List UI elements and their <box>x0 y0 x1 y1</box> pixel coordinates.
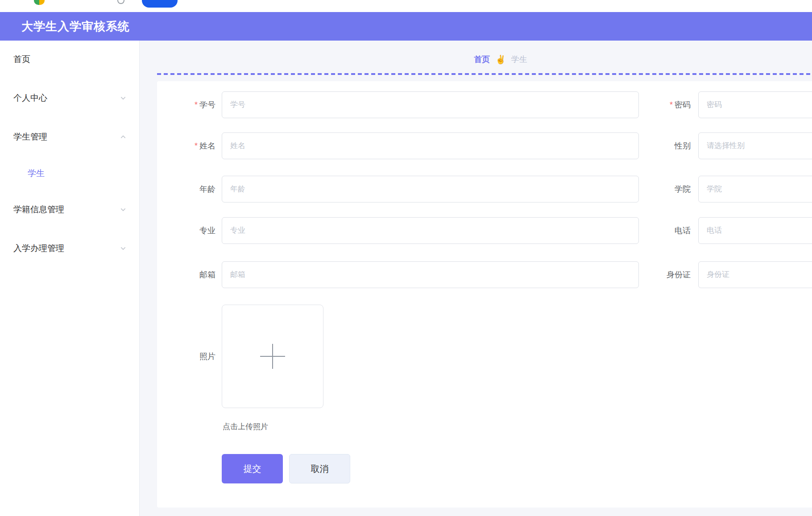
phone-input[interactable] <box>698 217 812 244</box>
sidebar-item-label: 首页 <box>13 54 30 65</box>
major-input[interactable] <box>222 217 639 244</box>
email-label: 邮箱 <box>157 261 215 288</box>
student-form-card: *学号 *密码 *姓名 性别 年龄 学院 专业 电话 邮箱 <box>157 81 812 508</box>
browser-chrome-strip <box>0 0 812 12</box>
college-label: 学院 <box>612 176 691 202</box>
sidebar-item-label: 学生管理 <box>13 131 47 143</box>
submit-button[interactable]: 提交 <box>222 454 283 483</box>
breadcrumb-home-link[interactable]: 首页 <box>474 54 490 65</box>
dashed-divider <box>157 73 812 75</box>
sidebar-item-label: 个人中心 <box>13 92 47 104</box>
age-label: 年龄 <box>157 176 215 202</box>
sidebar: 首页 个人中心 学生管理 学生 学籍信息管理 入学办理管理 <box>0 41 140 516</box>
sidebar-item-label: 入学办理管理 <box>13 243 64 254</box>
sidebar-item-label: 学生 <box>28 168 45 179</box>
form-row: *姓名 性别 <box>157 132 812 159</box>
required-mark: * <box>670 100 673 109</box>
chevron-up-icon <box>120 134 126 140</box>
photo-label: 照片 <box>157 305 215 408</box>
form-row: 邮箱 身份证 <box>157 261 812 288</box>
student-id-input[interactable] <box>222 91 639 118</box>
form-row: *学号 *密码 <box>157 91 812 118</box>
plus-icon <box>260 344 285 369</box>
password-input[interactable] <box>698 91 812 118</box>
extension-icon <box>117 0 124 4</box>
required-mark: * <box>195 141 198 150</box>
college-input[interactable] <box>698 176 812 202</box>
cancel-button[interactable]: 取消 <box>289 454 350 483</box>
chevron-down-icon <box>120 245 126 252</box>
chevron-down-icon <box>120 206 126 213</box>
major-label: 专业 <box>157 217 215 244</box>
browser-blue-button[interactable] <box>142 0 178 8</box>
sidebar-subitem-student[interactable]: 学生 <box>0 164 140 183</box>
id-card-label: 身份证 <box>612 261 691 288</box>
favicon-icon <box>34 0 45 5</box>
victory-hand-separator-icon: ✌️ <box>495 54 506 65</box>
required-mark: * <box>195 100 198 109</box>
student-id-label: *学号 <box>157 91 215 118</box>
email-input[interactable] <box>222 261 639 288</box>
sidebar-item-label: 学籍信息管理 <box>13 204 64 215</box>
phone-label: 电话 <box>612 217 691 244</box>
sidebar-item-admission-mgmt[interactable]: 入学办理管理 <box>0 239 140 258</box>
breadcrumb-current: 学生 <box>511 54 527 65</box>
gender-label: 性别 <box>612 132 691 159</box>
sidebar-item-home[interactable]: 首页 <box>0 50 140 69</box>
upload-hint: 点击上传照片 <box>223 421 268 432</box>
form-row: 专业 电话 <box>157 217 812 244</box>
form-row: 年龄 学院 <box>157 176 812 202</box>
name-label: *姓名 <box>157 132 215 159</box>
app-title: 大学生入学审核系统 <box>21 19 130 34</box>
photo-upload-box[interactable] <box>222 305 323 408</box>
sidebar-item-student-mgmt[interactable]: 学生管理 <box>0 127 140 147</box>
sidebar-item-personal-center[interactable]: 个人中心 <box>0 88 140 108</box>
breadcrumb: 首页 ✌️ 学生 <box>157 53 812 66</box>
name-input[interactable] <box>222 132 639 159</box>
content-area: 首页 ✌️ 学生 *学号 *密码 *姓名 性别 年龄 学院 专业 <box>140 41 812 516</box>
chevron-down-icon <box>120 95 126 101</box>
sidebar-item-enrollment-info-mgmt[interactable]: 学籍信息管理 <box>0 200 140 219</box>
app-header: 大学生入学审核系统 <box>0 12 812 41</box>
age-input[interactable] <box>222 176 639 202</box>
id-card-input[interactable] <box>698 261 812 288</box>
password-label: *密码 <box>612 91 691 118</box>
gender-select[interactable] <box>698 132 812 159</box>
